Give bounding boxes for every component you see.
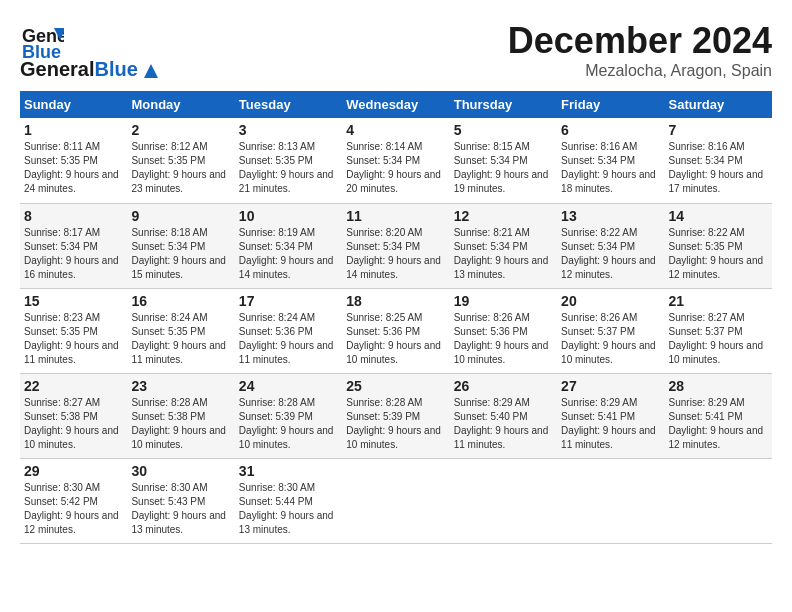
day-number: 5 (454, 122, 553, 138)
day-number: 8 (24, 208, 123, 224)
day-info: Sunrise: 8:23 AMSunset: 5:35 PMDaylight:… (24, 312, 119, 365)
logo: General Blue General Blue (20, 20, 162, 81)
calendar-cell: 27 Sunrise: 8:29 AMSunset: 5:41 PMDaylig… (557, 373, 664, 458)
day-number: 12 (454, 208, 553, 224)
day-info: Sunrise: 8:16 AMSunset: 5:34 PMDaylight:… (561, 141, 656, 194)
header-thursday: Thursday (450, 91, 557, 118)
day-info: Sunrise: 8:16 AMSunset: 5:34 PMDaylight:… (669, 141, 764, 194)
day-number: 1 (24, 122, 123, 138)
calendar-cell: 14 Sunrise: 8:22 AMSunset: 5:35 PMDaylig… (665, 203, 772, 288)
day-info: Sunrise: 8:26 AMSunset: 5:37 PMDaylight:… (561, 312, 656, 365)
day-number: 10 (239, 208, 338, 224)
calendar-cell: 15 Sunrise: 8:23 AMSunset: 5:35 PMDaylig… (20, 288, 127, 373)
month-title: December 2024 (508, 20, 772, 62)
day-number: 3 (239, 122, 338, 138)
header-wednesday: Wednesday (342, 91, 449, 118)
calendar-row: 15 Sunrise: 8:23 AMSunset: 5:35 PMDaylig… (20, 288, 772, 373)
calendar-cell: 6 Sunrise: 8:16 AMSunset: 5:34 PMDayligh… (557, 118, 664, 203)
day-info: Sunrise: 8:21 AMSunset: 5:34 PMDaylight:… (454, 227, 549, 280)
day-number: 23 (131, 378, 230, 394)
day-number: 17 (239, 293, 338, 309)
header-friday: Friday (557, 91, 664, 118)
day-info: Sunrise: 8:25 AMSunset: 5:36 PMDaylight:… (346, 312, 441, 365)
day-info: Sunrise: 8:13 AMSunset: 5:35 PMDaylight:… (239, 141, 334, 194)
day-info: Sunrise: 8:22 AMSunset: 5:35 PMDaylight:… (669, 227, 764, 280)
header-tuesday: Tuesday (235, 91, 342, 118)
day-number: 13 (561, 208, 660, 224)
day-info: Sunrise: 8:24 AMSunset: 5:35 PMDaylight:… (131, 312, 226, 365)
calendar-cell (557, 458, 664, 543)
calendar-cell: 24 Sunrise: 8:28 AMSunset: 5:39 PMDaylig… (235, 373, 342, 458)
calendar-cell: 5 Sunrise: 8:15 AMSunset: 5:34 PMDayligh… (450, 118, 557, 203)
day-number: 24 (239, 378, 338, 394)
header-sunday: Sunday (20, 91, 127, 118)
calendar-cell: 3 Sunrise: 8:13 AMSunset: 5:35 PMDayligh… (235, 118, 342, 203)
day-number: 20 (561, 293, 660, 309)
calendar-cell: 30 Sunrise: 8:30 AMSunset: 5:43 PMDaylig… (127, 458, 234, 543)
day-number: 26 (454, 378, 553, 394)
day-number: 21 (669, 293, 768, 309)
calendar-cell: 19 Sunrise: 8:26 AMSunset: 5:36 PMDaylig… (450, 288, 557, 373)
day-number: 19 (454, 293, 553, 309)
day-info: Sunrise: 8:28 AMSunset: 5:39 PMDaylight:… (239, 397, 334, 450)
calendar-row: 1 Sunrise: 8:11 AMSunset: 5:35 PMDayligh… (20, 118, 772, 203)
calendar-cell (450, 458, 557, 543)
calendar-cell: 1 Sunrise: 8:11 AMSunset: 5:35 PMDayligh… (20, 118, 127, 203)
day-info: Sunrise: 8:30 AMSunset: 5:42 PMDaylight:… (24, 482, 119, 535)
day-info: Sunrise: 8:29 AMSunset: 5:41 PMDaylight:… (561, 397, 656, 450)
day-number: 30 (131, 463, 230, 479)
location: Mezalocha, Aragon, Spain (508, 62, 772, 80)
day-info: Sunrise: 8:19 AMSunset: 5:34 PMDaylight:… (239, 227, 334, 280)
day-info: Sunrise: 8:22 AMSunset: 5:34 PMDaylight:… (561, 227, 656, 280)
header: General Blue General Blue December 2024 … (20, 20, 772, 81)
calendar-cell (665, 458, 772, 543)
calendar-cell: 20 Sunrise: 8:26 AMSunset: 5:37 PMDaylig… (557, 288, 664, 373)
day-info: Sunrise: 8:11 AMSunset: 5:35 PMDaylight:… (24, 141, 119, 194)
calendar-cell (342, 458, 449, 543)
day-number: 14 (669, 208, 768, 224)
logo-triangle-icon (140, 60, 162, 82)
day-number: 11 (346, 208, 445, 224)
day-info: Sunrise: 8:14 AMSunset: 5:34 PMDaylight:… (346, 141, 441, 194)
calendar-cell: 10 Sunrise: 8:19 AMSunset: 5:34 PMDaylig… (235, 203, 342, 288)
calendar-table: Sunday Monday Tuesday Wednesday Thursday… (20, 91, 772, 544)
calendar-cell: 22 Sunrise: 8:27 AMSunset: 5:38 PMDaylig… (20, 373, 127, 458)
calendar-cell: 4 Sunrise: 8:14 AMSunset: 5:34 PMDayligh… (342, 118, 449, 203)
calendar-row: 22 Sunrise: 8:27 AMSunset: 5:38 PMDaylig… (20, 373, 772, 458)
calendar-cell: 13 Sunrise: 8:22 AMSunset: 5:34 PMDaylig… (557, 203, 664, 288)
calendar-cell: 18 Sunrise: 8:25 AMSunset: 5:36 PMDaylig… (342, 288, 449, 373)
svg-marker-3 (144, 64, 158, 78)
day-number: 4 (346, 122, 445, 138)
calendar-cell: 12 Sunrise: 8:21 AMSunset: 5:34 PMDaylig… (450, 203, 557, 288)
header-monday: Monday (127, 91, 234, 118)
day-number: 28 (669, 378, 768, 394)
calendar-row: 29 Sunrise: 8:30 AMSunset: 5:42 PMDaylig… (20, 458, 772, 543)
calendar-cell: 28 Sunrise: 8:29 AMSunset: 5:41 PMDaylig… (665, 373, 772, 458)
calendar-cell: 2 Sunrise: 8:12 AMSunset: 5:35 PMDayligh… (127, 118, 234, 203)
day-info: Sunrise: 8:20 AMSunset: 5:34 PMDaylight:… (346, 227, 441, 280)
day-number: 16 (131, 293, 230, 309)
calendar-cell: 29 Sunrise: 8:30 AMSunset: 5:42 PMDaylig… (20, 458, 127, 543)
calendar-row: 8 Sunrise: 8:17 AMSunset: 5:34 PMDayligh… (20, 203, 772, 288)
day-number: 15 (24, 293, 123, 309)
title-area: December 2024 Mezalocha, Aragon, Spain (508, 20, 772, 80)
calendar-cell: 9 Sunrise: 8:18 AMSunset: 5:34 PMDayligh… (127, 203, 234, 288)
day-info: Sunrise: 8:30 AMSunset: 5:43 PMDaylight:… (131, 482, 226, 535)
day-number: 6 (561, 122, 660, 138)
day-info: Sunrise: 8:17 AMSunset: 5:34 PMDaylight:… (24, 227, 119, 280)
day-number: 7 (669, 122, 768, 138)
weekday-header-row: Sunday Monday Tuesday Wednesday Thursday… (20, 91, 772, 118)
day-number: 29 (24, 463, 123, 479)
calendar-cell: 8 Sunrise: 8:17 AMSunset: 5:34 PMDayligh… (20, 203, 127, 288)
day-info: Sunrise: 8:27 AMSunset: 5:37 PMDaylight:… (669, 312, 764, 365)
day-number: 2 (131, 122, 230, 138)
calendar-cell: 21 Sunrise: 8:27 AMSunset: 5:37 PMDaylig… (665, 288, 772, 373)
day-info: Sunrise: 8:24 AMSunset: 5:36 PMDaylight:… (239, 312, 334, 365)
day-number: 18 (346, 293, 445, 309)
header-saturday: Saturday (665, 91, 772, 118)
calendar-cell: 23 Sunrise: 8:28 AMSunset: 5:38 PMDaylig… (127, 373, 234, 458)
day-number: 25 (346, 378, 445, 394)
logo-blue: Blue (94, 58, 137, 81)
calendar-cell: 25 Sunrise: 8:28 AMSunset: 5:39 PMDaylig… (342, 373, 449, 458)
day-info: Sunrise: 8:29 AMSunset: 5:41 PMDaylight:… (669, 397, 764, 450)
